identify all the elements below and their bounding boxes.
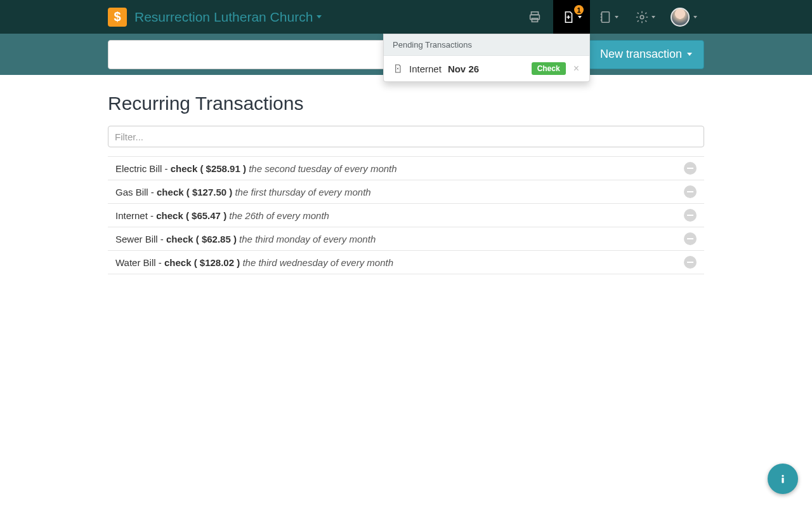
settings-button[interactable] bbox=[627, 0, 664, 34]
svg-rect-3 bbox=[602, 11, 610, 22]
pending-transactions-dropdown: Pending Transactions Internet Nov 26 Che… bbox=[383, 34, 590, 82]
document-icon bbox=[393, 63, 403, 74]
svg-rect-6 bbox=[782, 478, 783, 483]
user-menu[interactable] bbox=[664, 0, 704, 34]
new-transaction-button[interactable]: New transaction bbox=[588, 40, 704, 69]
recurring-transaction-row[interactable]: Internet - check ( $65.47 ) the 26th of … bbox=[108, 204, 704, 227]
info-icon bbox=[776, 472, 789, 485]
app-logo-icon: $ bbox=[108, 8, 127, 27]
pending-count-badge: 1 bbox=[574, 5, 584, 15]
chevron-down-icon bbox=[687, 53, 692, 56]
delete-transaction-button[interactable] bbox=[684, 162, 697, 175]
dropdown-header: Pending Transactions bbox=[384, 34, 589, 56]
recurring-transactions-list: Electric Bill - check ( $258.91 ) the se… bbox=[108, 156, 704, 274]
filter-input[interactable] bbox=[108, 126, 704, 147]
chevron-down-icon bbox=[317, 15, 322, 18]
print-button[interactable] bbox=[516, 0, 553, 34]
main-content: Recurring Transactions Electric Bill - c… bbox=[108, 75, 704, 274]
pending-transaction-item[interactable]: Internet Nov 26 Check × bbox=[384, 56, 589, 81]
chevron-down-icon bbox=[693, 16, 697, 18]
delete-transaction-button[interactable] bbox=[684, 185, 697, 198]
svg-point-4 bbox=[640, 15, 644, 19]
transaction-summary: Sewer Bill - check ( $62.85 ) the third … bbox=[115, 234, 684, 244]
top-navbar: $ Resurrection Lutheran Church 1 bbox=[0, 0, 812, 34]
chevron-down-icon bbox=[578, 16, 582, 18]
svg-rect-2 bbox=[532, 18, 537, 22]
printer-icon bbox=[528, 10, 542, 24]
org-switcher[interactable]: Resurrection Lutheran Church bbox=[134, 10, 322, 25]
chevron-down-icon bbox=[652, 16, 655, 18]
delete-transaction-button[interactable] bbox=[684, 209, 697, 222]
delete-transaction-button[interactable] bbox=[684, 256, 697, 269]
recurring-transaction-row[interactable]: Sewer Bill - check ( $62.85 ) the third … bbox=[108, 227, 704, 251]
help-button[interactable] bbox=[768, 464, 798, 494]
transaction-summary: Gas Bill - check ( $127.50 ) the first t… bbox=[115, 187, 684, 197]
page-title: Recurring Transactions bbox=[108, 93, 704, 114]
pending-item-date: Nov 26 bbox=[448, 64, 479, 74]
ledger-button[interactable] bbox=[590, 0, 627, 34]
chevron-down-icon bbox=[615, 16, 619, 18]
transaction-summary: Water Bill - check ( $128.02 ) the third… bbox=[115, 257, 684, 268]
recurring-transaction-row[interactable]: Water Bill - check ( $128.02 ) the third… bbox=[108, 251, 704, 274]
org-name: Resurrection Lutheran Church bbox=[134, 10, 313, 25]
recurring-transaction-row[interactable]: Electric Bill - check ( $258.91 ) the se… bbox=[108, 156, 704, 180]
recurring-transaction-row[interactable]: Gas Bill - check ( $127.50 ) the first t… bbox=[108, 180, 704, 204]
gear-icon bbox=[635, 10, 649, 24]
pending-transactions-button[interactable]: 1 bbox=[553, 0, 590, 34]
transaction-type-badge: Check bbox=[532, 62, 566, 75]
new-transaction-label: New transaction bbox=[600, 48, 682, 61]
document-add-icon bbox=[561, 10, 575, 24]
transaction-summary: Electric Bill - check ( $258.91 ) the se… bbox=[115, 163, 684, 174]
svg-point-5 bbox=[782, 475, 783, 477]
delete-transaction-button[interactable] bbox=[684, 232, 697, 245]
dismiss-pending-button[interactable]: × bbox=[572, 63, 580, 74]
transaction-summary: Internet - check ( $65.47 ) the 26th of … bbox=[115, 210, 684, 221]
notebook-icon bbox=[598, 10, 612, 24]
pending-item-name: Internet bbox=[409, 64, 442, 74]
avatar bbox=[671, 8, 690, 27]
